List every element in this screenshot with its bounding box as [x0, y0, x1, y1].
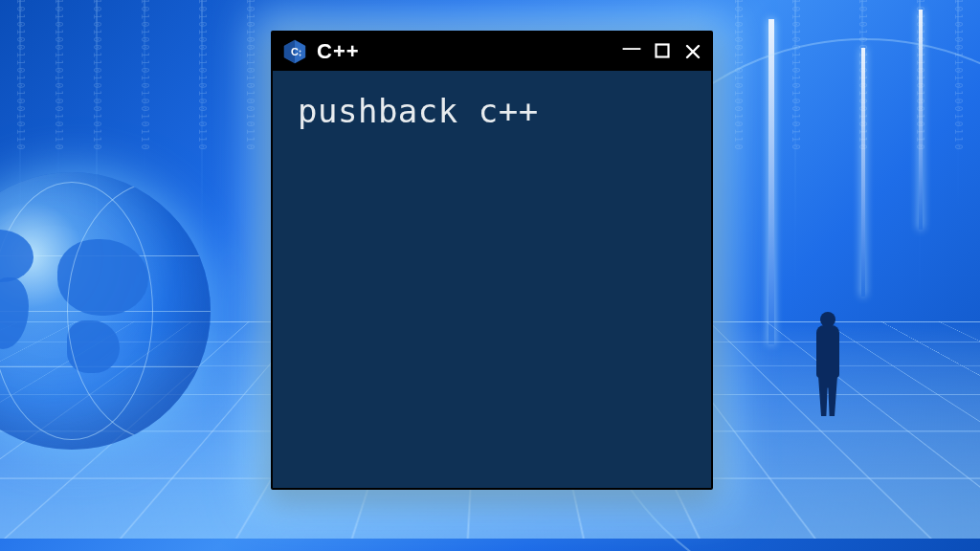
svg-text:C: C — [291, 46, 299, 57]
svg-text:+: + — [299, 53, 301, 57]
window-controls: ─ — [621, 39, 703, 64]
terminal-content: pushback c++ — [298, 92, 539, 130]
cpp-icon: C + + — [282, 39, 307, 64]
svg-rect-5 — [657, 45, 669, 57]
window-title: C++ — [317, 39, 612, 64]
svg-text:+: + — [299, 49, 301, 54]
minimize-button[interactable]: ─ — [621, 35, 642, 60]
titlebar[interactable]: C + + C++ ─ — [273, 33, 711, 71]
terminal-window: C + + C++ ─ pushback c++ — [271, 31, 713, 490]
terminal-body[interactable]: pushback c++ — [273, 71, 711, 488]
maximize-button[interactable] — [652, 41, 673, 62]
person-silhouette — [810, 312, 846, 417]
close-button[interactable] — [682, 40, 703, 63]
